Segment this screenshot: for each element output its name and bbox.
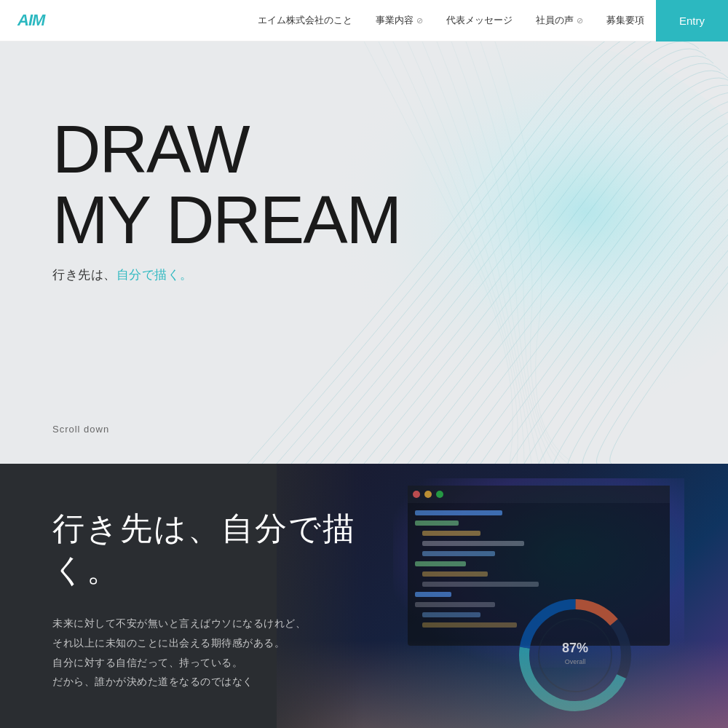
dark-section-title: 行き先は、自分で描く。 xyxy=(52,507,402,590)
nav-business-label: 事業内容 xyxy=(376,14,414,27)
nav-message-label: 代表メッセージ xyxy=(446,14,513,27)
scroll-down-label: Scroll down xyxy=(52,424,109,435)
svg-rect-8 xyxy=(422,531,480,536)
dark-section-text: 未来に対して不安が無いと言えばウソになるけれど、 それ以上に未知のことに出会える… xyxy=(52,614,402,691)
svg-rect-2 xyxy=(408,486,670,503)
nav-jobs-label: 募集要項 xyxy=(606,14,644,27)
hero-title-line1: DRAW xyxy=(52,112,249,186)
svg-point-5 xyxy=(436,491,443,498)
header: AIM エイム株式会社のこと 事業内容 ⊘ 代表メッセージ 社員の声 ⊘ 募集要… xyxy=(0,0,728,41)
nav-item-message[interactable]: 代表メッセージ xyxy=(435,14,524,27)
hero-title: DRAW MY DREAM xyxy=(52,114,400,255)
nav-item-business[interactable]: 事業内容 ⊘ xyxy=(364,14,435,27)
logo[interactable]: AIM xyxy=(17,11,44,30)
nav-about-label: エイム株式会社のこと xyxy=(258,14,352,27)
svg-rect-11 xyxy=(415,561,466,566)
hero-section: DRAW MY DREAM 行き先は、自分で描く。 Scroll down xyxy=(0,41,728,464)
hero-subtitle-plain: 行き先は、 xyxy=(52,268,116,282)
hero-subtitle: 行き先は、自分で描く。 xyxy=(52,266,400,283)
svg-rect-10 xyxy=(422,551,495,556)
main-nav: エイム株式会社のこと 事業内容 ⊘ 代表メッセージ 社員の声 ⊘ 募集要項 xyxy=(246,14,656,27)
svg-point-3 xyxy=(413,491,420,498)
svg-rect-6 xyxy=(415,510,502,515)
svg-rect-12 xyxy=(422,571,488,577)
nav-item-jobs[interactable]: 募集要項 xyxy=(595,14,656,27)
nav-item-about[interactable]: エイム株式会社のこと xyxy=(246,14,364,27)
dark-text-line3: 自分に対する自信だって、持っている。 xyxy=(52,653,402,673)
external-link-icon-1: ⊘ xyxy=(416,16,423,25)
entry-label: Entry xyxy=(679,15,705,27)
hero-subtitle-highlight: 自分で描く。 xyxy=(116,268,193,282)
nav-item-voices[interactable]: 社員の声 ⊘ xyxy=(524,14,595,27)
nav-voices-label: 社員の声 xyxy=(536,14,574,27)
dark-text-line1: 未来に対して不安が無いと言えばウソになるけれど、 xyxy=(52,614,402,633)
dark-section-content: 行き先は、自分で描く。 未来に対して不安が無いと言えばウソになるけれど、 それ以… xyxy=(52,507,402,692)
logo-text: AIM xyxy=(17,11,44,29)
hero-title-line2: MY DREAM xyxy=(52,183,400,257)
hero-content: DRAW MY DREAM 行き先は、自分で描く。 xyxy=(52,114,400,283)
dark-text-line2: それ以上に未知のことに出会える期待感がある。 xyxy=(52,633,402,653)
svg-rect-9 xyxy=(422,541,524,546)
svg-rect-7 xyxy=(415,521,459,526)
entry-button[interactable]: Entry xyxy=(656,0,728,41)
svg-point-4 xyxy=(424,491,432,498)
dark-text-line4: だから、誰かが決めた道をなるのではなく xyxy=(52,672,402,692)
dark-section: 87% Overall 行き先は、自分で描く。 未来に対して不安が無いと言えばウ… xyxy=(0,464,728,728)
external-link-icon-2: ⊘ xyxy=(577,16,583,25)
